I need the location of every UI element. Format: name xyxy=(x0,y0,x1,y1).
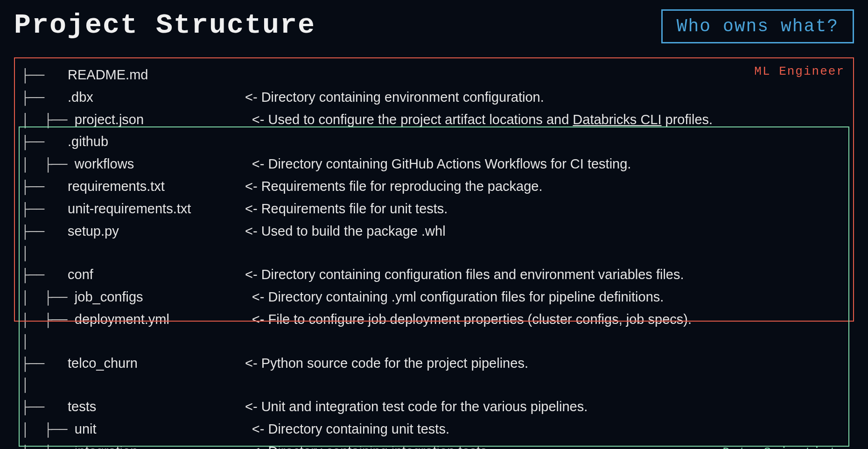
tree-item-name: job_configs xyxy=(75,287,252,308)
tree-item-desc: <- Requirements file for unit tests. xyxy=(245,198,448,220)
tree-spacer: │ xyxy=(21,243,849,265)
tree-item-name: .github xyxy=(68,131,245,153)
tree-prefix: │ ├── xyxy=(21,154,75,176)
tree-item-desc: <- Requirements file for reproducing the… xyxy=(245,176,543,197)
tree-item-name: requirements.txt xyxy=(68,176,245,197)
tree-row: ├── unit-requirements.txt<- Requirements… xyxy=(21,198,849,221)
tree-row: │ ├── job_configs<- Directory containing… xyxy=(21,287,849,309)
tree-item-desc: <- Directory containing GitHub Actions W… xyxy=(252,154,631,175)
tree-row: │ ├── unit<- Directory containing unit t… xyxy=(21,419,849,441)
tree-item-name: README.md xyxy=(68,64,245,86)
tree-prefix: ├── xyxy=(21,354,68,375)
tree-item-desc: <- Directory containing unit tests. xyxy=(252,419,449,440)
tree-container: ML Engineer Data Scientist ├── README.md… xyxy=(9,57,859,449)
tree-row: │ ├── project.json<- Used to configure t… xyxy=(21,109,849,132)
tree-item-desc: <- Directory containing configuration fi… xyxy=(245,264,684,286)
tree-item-name: conf xyxy=(68,264,245,286)
tree-row: ├── requirements.txt<- Requirements file… xyxy=(21,176,849,198)
tree-item-name: .dbx xyxy=(68,87,245,108)
tree-prefix: ├── xyxy=(21,397,68,419)
tree-item-desc: <- Directory containing environment conf… xyxy=(245,87,544,108)
tree-item-name: project.json xyxy=(75,109,252,131)
tree-prefix: │ └── xyxy=(21,442,75,449)
tree-spacer: │ xyxy=(21,375,849,396)
tree-item-name: telco_churn xyxy=(68,353,245,374)
tree-row: │ ├── deployment.yml<- File to configure… xyxy=(21,309,849,331)
tree-prefix: │ ├── xyxy=(21,310,75,331)
tree-item-name: tests xyxy=(68,396,245,418)
who-owns-badge: Who owns what? xyxy=(661,9,854,43)
tree-item-desc: <- Used to configure the project artifac… xyxy=(252,109,713,131)
tree-row: ├── .dbx<- Directory containing environm… xyxy=(21,87,849,109)
tree-prefix: │ ├── xyxy=(21,110,75,132)
tree-prefix: ├── xyxy=(21,177,68,198)
tree-item-name: workflows xyxy=(75,154,252,175)
tree-prefix: ├── xyxy=(21,199,68,221)
tree-prefix: ├── xyxy=(21,132,68,154)
tree-item-desc: <- Unit and integration test code for th… xyxy=(245,396,588,418)
tree-prefix: │ ├── xyxy=(21,288,75,309)
tree-prefix: │ ├── xyxy=(21,420,75,441)
data-scientist-label: Data Scientist xyxy=(723,445,838,449)
tree-spacer: │ xyxy=(21,331,849,353)
tree-item-desc: <- Directory containing .yml configurati… xyxy=(252,287,664,308)
tree-row: │ ├── workflows<- Directory containing G… xyxy=(21,154,849,176)
tree-item-name: unit xyxy=(75,419,252,440)
tree-item-name: integration xyxy=(75,441,252,449)
tree-item-name: unit-requirements.txt xyxy=(68,198,245,220)
tree-item-name: deployment.yml xyxy=(75,309,252,330)
tree-row: ├── tests<- Unit and integration test co… xyxy=(21,396,849,419)
tree-row: ├── .github xyxy=(21,131,849,154)
tree-item-name: setup.py xyxy=(68,221,245,242)
tree-row: ├── README.md xyxy=(21,64,849,87)
tree-item-desc: <- File to configure job deployment prop… xyxy=(252,309,692,330)
tree-item-desc: <- Directory containing integration test… xyxy=(252,441,491,449)
tree-prefix: ├── xyxy=(21,88,68,109)
tree-row: ├── telco_churn<- Python source code for… xyxy=(21,353,849,375)
tree-item-desc: <- Used to build the package .whl xyxy=(245,221,446,242)
ml-engineer-label: ML Engineer xyxy=(754,64,845,78)
tree-prefix: ├── xyxy=(21,65,68,87)
tree-row: ├── conf<- Directory containing configur… xyxy=(21,264,849,287)
tree-prefix: ├── xyxy=(21,222,68,243)
databricks-cli-link[interactable]: Databricks CLI xyxy=(573,112,661,127)
tree-prefix: ├── xyxy=(21,265,68,287)
page-title: Project Structure xyxy=(14,9,315,41)
tree-item-desc: <- Python source code for the project pi… xyxy=(245,353,528,374)
tree-row: ├── setup.py<- Used to build the package… xyxy=(21,221,849,243)
